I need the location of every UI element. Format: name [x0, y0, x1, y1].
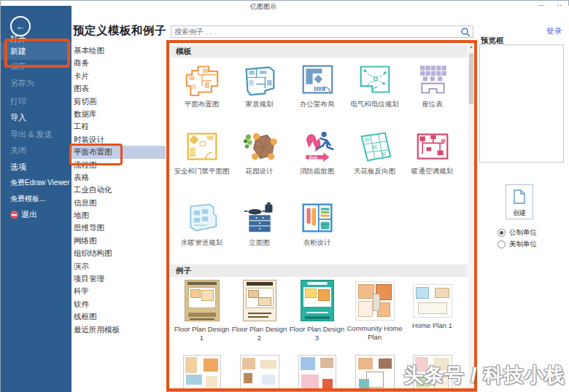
category-item-software[interactable]: 软件 — [71, 298, 166, 310]
example-tile[interactable]: Floor Plan Design 1 — [173, 280, 231, 342]
example-label: Community Home Plan — [346, 324, 403, 342]
template-label: 立面图 — [231, 238, 288, 247]
template-gallery-annotation-box: 模板 平面布置图 家居规划 — [166, 40, 477, 391]
sidebar-item-free-viewer[interactable]: 免费Edraw Viewer — [1, 175, 71, 191]
category-list: 基本绘图 商务 卡片 图表 剪切画 数据库 工程 时装设计 平面布置图 流程图 … — [71, 44, 166, 336]
seating-chart-icon — [403, 60, 461, 98]
example-label: Home Plan 1 — [403, 321, 461, 330]
category-item-orgchart[interactable]: 组织结构图 — [71, 247, 166, 259]
us-units-option[interactable]: 美制单位 — [498, 240, 537, 249]
category-item-card[interactable]: 卡片 — [71, 70, 166, 82]
wardrobe-design-icon — [288, 199, 346, 237]
template-tile-reflected-ceiling[interactable]: 天花板反向图 — [346, 128, 403, 176]
category-item-clipart[interactable]: 剪切画 — [71, 95, 166, 108]
sidebar-item-exit[interactable]: 退出 — [1, 206, 71, 222]
sidebar-item-save-as[interactable]: 另存为 — [1, 75, 71, 91]
metric-units-label: 公制单位 — [509, 228, 537, 238]
watermark: 头条号 / 科技小栈 — [403, 362, 565, 388]
template-tile-garden-design[interactable]: 花园设计 — [231, 128, 288, 176]
template-tile-home-plan[interactable]: 家居规划 — [231, 60, 288, 109]
app-window: 亿图图示 – □ ✕ ← 打开 新建 保存 另存为 打印 导入 导出 & 发送 … — [0, 0, 569, 392]
category-item-recent[interactable]: 最近所用模板 — [71, 324, 166, 336]
sidebar-item-save[interactable]: 保存 — [1, 58, 71, 74]
radio-button-icon[interactable] — [498, 229, 506, 237]
sidebar-item-export-send[interactable]: 导出 & 发送 — [1, 126, 71, 142]
example-label: Floor Plan Design 2 — [231, 325, 288, 342]
search-icon[interactable] — [460, 27, 471, 37]
scrollbar-thumb[interactable] — [469, 53, 473, 104]
example-tile[interactable]: Home Plan 1 — [403, 280, 461, 342]
example-tile[interactable] — [288, 355, 346, 388]
floor-plan-thumbnail — [298, 355, 336, 388]
fire-escape-icon: Exit — [288, 128, 346, 165]
floor-plan-icon — [173, 60, 231, 98]
category-item-flowchart[interactable]: 流程图 — [71, 159, 166, 171]
example-tile[interactable]: Floor Plan Design 2 — [231, 280, 288, 342]
gallery-scrollbar[interactable]: ▲ — [468, 43, 474, 388]
category-item-chart[interactable]: 图表 — [71, 82, 166, 95]
garden-design-icon — [231, 128, 288, 165]
template-tile-elevation[interactable]: 立面图 — [231, 199, 288, 247]
category-item-wireframe[interactable]: 线框图 — [71, 310, 166, 323]
preview-panel: 登录 预览框 创建 公制单位 美制单位 — [477, 6, 569, 392]
example-label: Floor Plan Design 3 — [288, 325, 346, 342]
template-tile-floor-plan[interactable]: 平面布置图 — [173, 60, 231, 109]
svg-text:Exit: Exit — [309, 155, 317, 160]
category-item-network[interactable]: 网络图 — [71, 235, 166, 247]
sidebar-item-free-templates[interactable]: 免费模板... — [1, 191, 71, 207]
sidebar-item-new[interactable]: 新建 — [1, 42, 71, 60]
login-link[interactable]: 登录 — [546, 26, 562, 36]
sidebar-item-close-file[interactable]: 关闭 — [1, 142, 71, 158]
template-label: 平面布置图 — [173, 100, 231, 109]
scroll-up-icon[interactable]: ▲ — [468, 44, 474, 49]
electrical-telecom-icon — [346, 60, 403, 98]
floor-plan-thumbnail — [183, 355, 221, 388]
example-label: Floor Plan Design 1 — [173, 325, 231, 342]
us-units-label: 美制单位 — [509, 240, 537, 249]
category-item-basic[interactable]: 基本绘图 — [71, 44, 166, 57]
metric-units-option[interactable]: 公制单位 — [498, 228, 537, 238]
template-tile-security-access[interactable]: 安全和门禁平面图 — [173, 128, 231, 176]
example-tile[interactable] — [346, 355, 403, 388]
category-item-map[interactable]: 地图 — [71, 209, 166, 222]
example-tile[interactable] — [231, 355, 288, 388]
backstage-sidebar: ← 打开 新建 保存 另存为 打印 导入 导出 & 发送 关闭 选项 免费Edr… — [1, 6, 71, 392]
examples-section-header: 例子 — [170, 264, 468, 277]
category-item-mindmap[interactable]: 思维导图 — [71, 222, 166, 234]
category-item-presentation[interactable]: 演示 — [71, 260, 166, 273]
search-input[interactable] — [171, 28, 460, 36]
template-label: 水暖管道规划 — [173, 238, 231, 247]
template-tile-wardrobe[interactable]: 衣柜设计 — [288, 199, 346, 247]
sidebar-item-import[interactable]: 导入 — [1, 109, 71, 125]
category-item-form[interactable]: 表格 — [71, 171, 166, 184]
template-tile-hvac[interactable]: 暖通空调规划 — [403, 128, 461, 176]
search-box — [171, 26, 473, 38]
template-tile-office-layout[interactable]: 办公室布局 — [288, 60, 346, 109]
category-item-science[interactable]: 科学 — [71, 285, 166, 297]
category-item-business[interactable]: 商务 — [71, 57, 166, 69]
example-tile[interactable]: Community Home Plan — [346, 280, 403, 342]
template-tile-seating-chart[interactable]: 座位表 — [403, 60, 461, 109]
template-tile-plumbing[interactable]: 水暖管道规划 — [173, 199, 231, 247]
example-tile[interactable] — [173, 355, 231, 388]
category-item-database[interactable]: 数据库 — [71, 108, 166, 120]
sidebar-item-options[interactable]: 选项 — [1, 159, 71, 175]
category-item-infographic[interactable]: 信息图 — [71, 197, 166, 209]
example-tile[interactable]: Floor Plan Design 3 — [288, 280, 346, 342]
template-tile-electrical-telecom[interactable]: 电气和电信规划 — [346, 60, 403, 109]
floor-plan-design-3-thumbnail — [301, 280, 334, 321]
template-tile-fire-escape[interactable]: Exit 消防疏散图 — [288, 128, 346, 176]
template-gallery: 模板 平面布置图 家居规划 — [169, 43, 474, 388]
category-item-industrial[interactable]: 工业自动化 — [71, 184, 166, 196]
template-label: 办公室布局 — [288, 100, 346, 109]
templates-section-header: 模板 — [170, 45, 468, 58]
category-item-project[interactable]: 项目管理 — [71, 273, 166, 285]
category-item-engineering[interactable]: 工程 — [71, 120, 166, 133]
radio-button-icon[interactable] — [498, 240, 506, 248]
create-button[interactable]: 创建 — [506, 184, 533, 219]
template-label: 衣柜设计 — [288, 238, 346, 247]
hvac-plan-icon — [403, 128, 461, 165]
category-item-fashion[interactable]: 时装设计 — [71, 133, 166, 146]
sidebar-item-print[interactable]: 打印 — [1, 93, 71, 109]
category-item-floor-plan[interactable]: 平面布置图 — [71, 146, 166, 158]
